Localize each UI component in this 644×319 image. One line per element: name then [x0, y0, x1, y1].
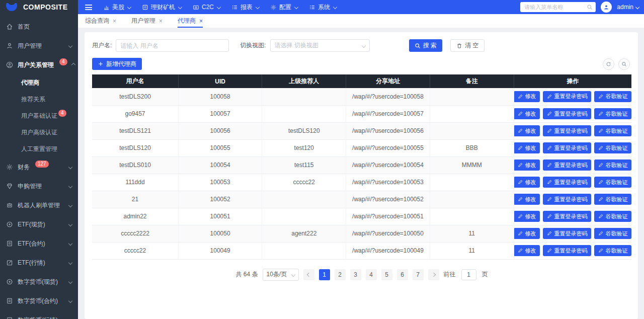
- sidebar-subitem-label: 用户高级认证: [21, 128, 57, 137]
- document-icon: [6, 240, 13, 247]
- nav-item-wealth-mining[interactable]: 理财矿机: [142, 3, 182, 12]
- page-button[interactable]: 3: [350, 269, 361, 280]
- edit-button[interactable]: 修改: [514, 228, 540, 239]
- google-verification-button[interactable]: 谷歌验证: [594, 211, 631, 222]
- coin-icon: [6, 278, 13, 285]
- sidebar-menu: 首页 用户管理 用户关系管理4 代理商 推荐关系 用户基础认证4: [0, 14, 78, 319]
- add-agent-button[interactable]: 新增代理商: [92, 58, 142, 70]
- nav-item-reports[interactable]: 报表: [231, 3, 259, 12]
- edit-button[interactable]: 修改: [514, 160, 540, 171]
- sidebar-subitem-referral-relation[interactable]: 推荐关系: [0, 91, 78, 108]
- sidebar-subitem-user-basic-verification[interactable]: 用户基础认证4: [0, 108, 78, 124]
- reset-login-password-button[interactable]: 重置登录密码: [543, 211, 591, 222]
- coin-icon: [6, 221, 13, 228]
- page-button[interactable]: 6: [397, 269, 408, 280]
- page-size-select[interactable]: 10条/页: [263, 269, 299, 281]
- table-row: ccccc2222 100050 agent222 /wap/#/?userco…: [92, 225, 631, 242]
- nav-item-config[interactable]: 配置: [270, 3, 298, 12]
- close-icon[interactable]: ×: [199, 18, 203, 24]
- page-button[interactable]: 2: [335, 269, 346, 280]
- page-button[interactable]: 5: [381, 269, 392, 280]
- cell-uid: 100056: [179, 122, 262, 139]
- sidebar-item-subscription-management[interactable]: 申购管理: [0, 177, 78, 196]
- cell-remark: [430, 191, 514, 208]
- sidebar-item-crypto-spot[interactable]: 数字货币(现货): [0, 272, 78, 291]
- edit-button-label: 修改: [525, 162, 536, 169]
- tab-comprehensive-query[interactable]: 综合查询 ×: [85, 14, 116, 28]
- cell-uid: 100053: [179, 174, 262, 191]
- edit-button[interactable]: 修改: [514, 91, 540, 102]
- reset-login-password-button[interactable]: 重置登录密码: [543, 245, 591, 256]
- google-verification-button[interactable]: 谷歌验证: [594, 245, 631, 256]
- google-verification-button[interactable]: 谷歌验证: [594, 177, 631, 188]
- cell-username: testDLS010: [92, 156, 179, 174]
- google-verification-button[interactable]: 谷歌验证: [594, 194, 631, 205]
- view-switch-label: 切换视图:: [240, 41, 266, 50]
- sidebar-item-home[interactable]: 首页: [0, 17, 78, 36]
- sidebar-item-robot-order-management[interactable]: 机器人刷单管理: [0, 196, 78, 215]
- sidebar-item-etf-spot[interactable]: ETF(现货): [0, 215, 78, 234]
- page-button[interactable]: 1: [319, 269, 330, 280]
- reset-login-password-button[interactable]: 重置登录密码: [543, 125, 591, 136]
- edit-button[interactable]: 修改: [514, 108, 540, 119]
- close-icon[interactable]: ×: [113, 18, 116, 24]
- next-page-button[interactable]: [428, 269, 439, 280]
- edit-button[interactable]: 修改: [514, 125, 540, 136]
- nav-item-label: 配置: [279, 3, 291, 12]
- prev-page-button[interactable]: [303, 269, 314, 280]
- nav-item-us-stocks[interactable]: 美股: [103, 3, 131, 12]
- tab-user-management[interactable]: 用户管理 ×: [131, 14, 163, 28]
- sidebar-item-crypto-quotes[interactable]: 数字货币(行情): [0, 310, 78, 319]
- reset-login-password-button[interactable]: 重置登录密码: [543, 108, 591, 119]
- hamburger-menu-icon[interactable]: [85, 5, 92, 10]
- view-switch-select[interactable]: 请选择 切换视图: [270, 39, 370, 52]
- reset-login-password-button[interactable]: 重置登录密码: [543, 142, 591, 153]
- reset-login-password-button[interactable]: 重置登录密码: [543, 177, 591, 188]
- edit-button[interactable]: 修改: [514, 142, 540, 153]
- edit-button[interactable]: 修改: [514, 245, 540, 256]
- edit-button[interactable]: 修改: [514, 194, 540, 205]
- google-verification-button[interactable]: 谷歌验证: [594, 160, 631, 171]
- cell-remark: [430, 88, 514, 105]
- sidebar-subitem-manual-reset-management[interactable]: 人工重置管理: [0, 141, 78, 157]
- user-menu[interactable]: admin: [617, 4, 639, 11]
- sidebar-item-etf-contract[interactable]: ETF(合约): [0, 234, 78, 253]
- reset-login-password-button[interactable]: 重置登录密码: [543, 194, 591, 205]
- page-button[interactable]: 4: [366, 269, 377, 280]
- nav-item-system[interactable]: 系统: [309, 3, 337, 12]
- sidebar-item-crypto-contract[interactable]: 数字货币(合约): [0, 291, 78, 310]
- reset-login-password-button[interactable]: 重置登录密码: [543, 91, 591, 102]
- sidebar-item-etf-quotes[interactable]: ETF(行情): [0, 253, 78, 272]
- edit-button[interactable]: 修改: [514, 211, 540, 222]
- google-verification-button[interactable]: 谷歌验证: [594, 228, 631, 239]
- nav-item-c2c[interactable]: C2C: [193, 4, 220, 11]
- menu-search-input[interactable]: [520, 2, 596, 12]
- notification-badge: 127: [35, 161, 49, 168]
- reset-login-password-button[interactable]: 重置登录密码: [543, 228, 591, 239]
- google-verification-button[interactable]: 谷歌验证: [594, 125, 631, 136]
- avatar[interactable]: [601, 2, 612, 13]
- sidebar-subitem-user-advanced-verification[interactable]: 用户高级认证: [0, 124, 78, 141]
- chevron-down-icon: [68, 242, 72, 246]
- google-verification-button[interactable]: 谷歌验证: [594, 108, 631, 119]
- column-search-button[interactable]: [618, 58, 630, 70]
- username-filter-input[interactable]: [116, 39, 229, 52]
- crescent-logo-icon: [6, 3, 17, 11]
- reset-login-password-button[interactable]: 重置登录密码: [543, 160, 591, 171]
- sidebar-subitem-agent[interactable]: 代理商: [0, 74, 78, 91]
- google-verification-button[interactable]: 谷歌验证: [594, 142, 631, 153]
- goto-page-input[interactable]: [461, 269, 476, 280]
- search-button[interactable]: 搜 索: [409, 39, 442, 52]
- sidebar-item-label: 机器人刷单管理: [18, 201, 60, 210]
- google-verification-button[interactable]: 谷歌验证: [594, 91, 631, 102]
- edit-button[interactable]: 修改: [514, 177, 540, 188]
- tab-agent[interactable]: 代理商 ×: [178, 14, 203, 28]
- clear-button[interactable]: 清 空: [450, 39, 485, 52]
- sidebar-item-user-management[interactable]: 用户管理: [0, 36, 78, 55]
- sidebar-item-finance[interactable]: 财务127: [0, 157, 78, 177]
- close-icon[interactable]: ×: [159, 18, 163, 24]
- chevron-down-icon: [256, 5, 260, 9]
- refresh-button[interactable]: [603, 58, 614, 70]
- page-button[interactable]: 7: [413, 269, 424, 280]
- sidebar-item-user-relation-management[interactable]: 用户关系管理4: [0, 55, 78, 74]
